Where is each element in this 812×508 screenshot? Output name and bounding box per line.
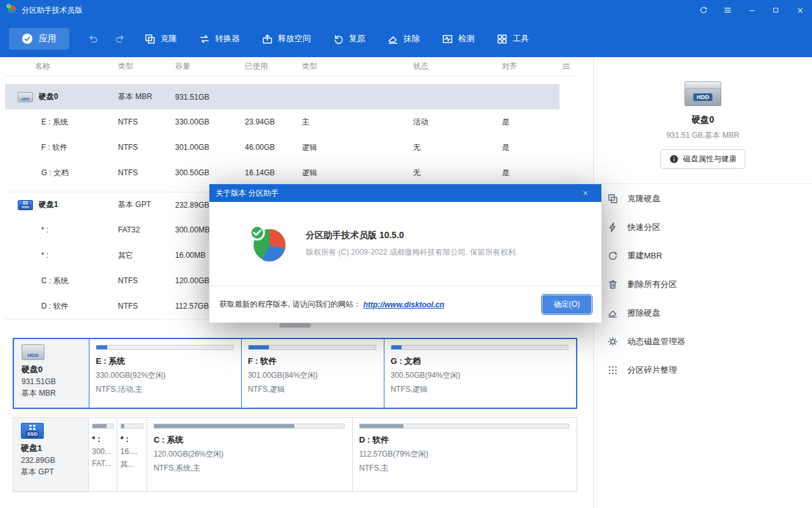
sidebar-item-label: 快速分区 xyxy=(627,222,660,233)
usage-bar xyxy=(391,345,568,350)
sidebar-item-delete-partitions[interactable]: 删除所有分区 xyxy=(594,270,812,298)
cell-capacity: 301.00GB xyxy=(173,143,243,152)
undo-button[interactable] xyxy=(86,31,101,46)
cell-name: G : 文档 xyxy=(5,168,116,178)
clone-disk-icon xyxy=(606,193,619,204)
apply-button[interactable]: 应用 xyxy=(9,28,69,50)
cell-parttype: 逻辑 xyxy=(300,142,411,153)
freespace-icon xyxy=(261,33,273,45)
disk-properties-button[interactable]: 磁盘属性与健康 xyxy=(660,149,745,169)
column-header-0[interactable]: 名称 xyxy=(5,61,116,72)
delete-partitions-icon xyxy=(606,279,619,290)
toolbar-item-clone[interactable]: 克隆 xyxy=(144,33,177,45)
ok-button[interactable]: 确定(O) xyxy=(542,295,591,314)
sidebar-item-wipe-disk[interactable]: 擦除硬盘 xyxy=(594,298,812,327)
table-row-2[interactable]: F : 软件NTFS301.00GB46.00GB逻辑无是 xyxy=(5,135,560,160)
partition-block-1-3[interactable]: D : 软件112.57GB(79%空闲)NTFS,主 xyxy=(352,418,577,491)
product-name: 分区助手技术员版 10.5.0 xyxy=(306,230,518,241)
dynamic-disk-icon xyxy=(606,336,619,347)
toolbar-item-label: 释放空间 xyxy=(278,33,311,44)
menu-button[interactable] xyxy=(716,0,740,20)
cell-type: NTFS xyxy=(116,168,173,177)
cell-status: 活动 xyxy=(411,117,500,128)
close-button[interactable] xyxy=(788,0,812,20)
toolbar-item-convert[interactable]: 转换器 xyxy=(199,33,240,45)
cell-type: 基本 MBR xyxy=(116,91,173,102)
sidebar-item-label: 分区碎片整理 xyxy=(627,364,677,376)
sidebar-item-label: 擦除硬盘 xyxy=(627,307,660,319)
table-row-1[interactable]: E : 系统NTFS330.00GB23.94GB主活动是 xyxy=(5,109,560,135)
dialog-title-bar: 关于版本 分区助手 xyxy=(209,184,601,202)
column-header-4[interactable]: 类型 xyxy=(300,61,411,72)
column-settings-icon[interactable] xyxy=(561,62,571,73)
cell-name: C : 系统 xyxy=(5,276,116,286)
sidebar-item-label: 重建MBR xyxy=(627,250,662,262)
sidebar-item-clone-disk[interactable]: 克隆硬盘 xyxy=(594,184,812,213)
partition-size: 330.00GB(92%空闲) xyxy=(96,370,233,381)
partition-fs: NTFS,主 xyxy=(359,463,569,474)
table-row-3[interactable]: G : 文档NTFS300.50GB16.14GB逻辑无是 xyxy=(5,160,560,185)
website-link[interactable]: http://www.disktool.cn xyxy=(363,300,445,309)
toolbar-item-label: 抹除 xyxy=(403,33,420,44)
app-window: 分区助手技术员版 应用 克隆转换器释放空间复原抹除检测工具 xyxy=(0,0,812,508)
column-header-5[interactable]: 状态 xyxy=(411,61,500,72)
column-header-6[interactable]: 对齐 xyxy=(500,61,557,72)
table-row-0[interactable]: HDD硬盘0基本 MBR931.51GB xyxy=(5,84,560,109)
sidebar-item-defrag[interactable]: 分区碎片整理 xyxy=(594,356,812,384)
toolbar-item-label: 转换器 xyxy=(215,33,240,44)
partition-size: 301.00GB(84%空闲) xyxy=(248,370,376,381)
toolbar-item-label: 复原 xyxy=(349,33,365,44)
column-header-1[interactable]: 类型 xyxy=(116,61,173,72)
toolbar-item-tools[interactable]: 工具 xyxy=(496,33,529,45)
selected-disk-info: 931.51 GB,基本 MBR xyxy=(594,130,812,141)
dialog-footer: 获取最新的程序版本, 请访问我们的网站： http://www.disktool… xyxy=(209,286,601,323)
disk-panel-0[interactable]: HDD硬盘0931.51GB基本 MBRE : 系统330.00GB(92%空闲… xyxy=(13,338,577,409)
sidebar-item-dynamic-disk[interactable]: 动态磁盘管理器 xyxy=(594,327,812,356)
sidebar-item-label: 克隆硬盘 xyxy=(627,193,660,204)
window-controls xyxy=(691,0,812,20)
toolbar-item-wipe[interactable]: 抹除 xyxy=(387,33,420,45)
minimize-button[interactable] xyxy=(740,0,764,20)
partition-block-1-0[interactable]: * :300...FAT... xyxy=(88,418,117,491)
partition-name: G : 文档 xyxy=(391,356,568,367)
partition-block-0-0[interactable]: E : 系统330.00GB(92%空闲)NTFS,活动,主 xyxy=(89,339,241,408)
sidebar-item-rebuild-mbr[interactable]: 重建MBR xyxy=(594,241,812,270)
partition-fs: NTFS,系统,主 xyxy=(154,463,344,474)
disk-panel-size: 931.51GB xyxy=(22,377,82,386)
toolbar-item-label: 检测 xyxy=(458,33,475,44)
column-header-2[interactable]: 容量 xyxy=(173,61,243,72)
disk-panel-style: 基本 GPT xyxy=(21,467,82,478)
test-icon xyxy=(442,33,454,45)
horizontal-scrollbar-thumb[interactable] xyxy=(279,323,311,328)
disk-panel-1[interactable]: SSD硬盘1232.89GB基本 GPT* :300...FAT...* :16… xyxy=(13,417,577,492)
cell-type: FAT32 xyxy=(116,225,173,234)
ssd-icon: SSD xyxy=(18,200,33,210)
partition-size: 300... xyxy=(92,447,114,456)
cell-used: 23.94GB xyxy=(243,117,300,126)
column-header-3[interactable]: 已使用 xyxy=(243,61,300,72)
cell-type: NTFS xyxy=(116,302,173,311)
apply-label: 应用 xyxy=(39,33,56,44)
partition-block-0-1[interactable]: F : 软件301.00GB(84%空闲)NTFS,逻辑 xyxy=(241,339,384,408)
cell-name: F : 软件 xyxy=(5,142,116,153)
refresh-button[interactable] xyxy=(691,0,716,20)
sidebar-item-label: 删除所有分区 xyxy=(627,279,677,290)
redo-button[interactable] xyxy=(112,31,128,46)
partition-block-1-2[interactable]: C : 系统120.00GB(26%空闲)NTFS,系统,主 xyxy=(147,418,352,491)
toolbar-item-test[interactable]: 检测 xyxy=(442,33,475,45)
maximize-button[interactable] xyxy=(764,0,788,20)
disk-summary: HDD 硬盘0 931.51 GB,基本 MBR 磁盘属性与健康 xyxy=(594,81,812,169)
toolbar-item-restore[interactable]: 复原 xyxy=(332,33,365,45)
usage-bar xyxy=(248,345,376,350)
sidebar-item-quick-partition[interactable]: 快速分区 xyxy=(594,213,812,241)
toolbar-item-freespace[interactable]: 释放空间 xyxy=(261,33,311,45)
product-logo-icon xyxy=(249,224,288,264)
dialog-close-button[interactable] xyxy=(576,184,595,202)
partition-block-1-1[interactable]: * :16....其... xyxy=(117,418,147,491)
cell-aligned: 是 xyxy=(500,142,557,153)
partition-block-0-2[interactable]: G : 文档300.50GB(94%空闲)NTFS,逻辑 xyxy=(384,339,576,408)
partition-fs: 其... xyxy=(121,459,143,470)
partition-name: E : 系统 xyxy=(96,356,233,367)
disk-properties-label: 磁盘属性与健康 xyxy=(683,154,737,164)
cell-aligned: 是 xyxy=(500,117,557,128)
